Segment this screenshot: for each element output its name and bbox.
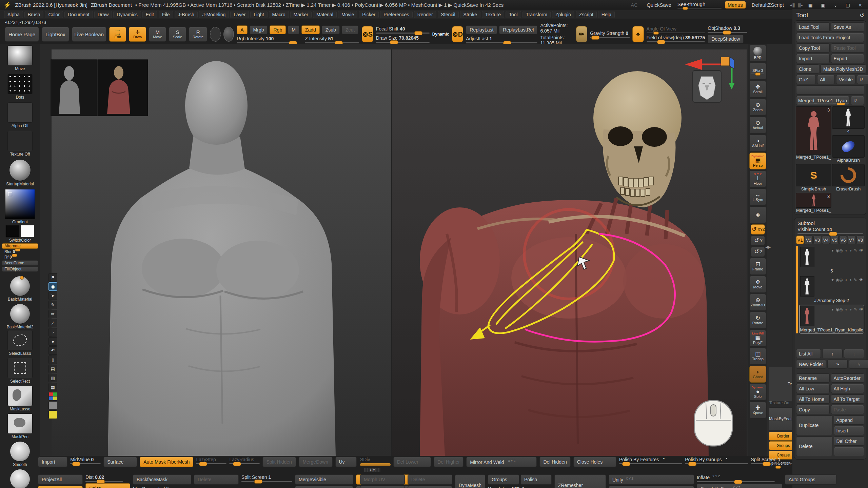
subtool-view-tab[interactable]: V8: [856, 236, 864, 244]
camera-button[interactable]: ⌖: [632, 26, 644, 42]
see-through-slider[interactable]: See-through: [677, 1, 722, 8]
menu-item[interactable]: Texture: [482, 11, 504, 18]
tray-handle-left-icon[interactable]: ◂||||: [790, 3, 795, 7]
main-color-swatch[interactable]: [6, 225, 19, 237]
close-button[interactable]: ✕: [856, 2, 865, 8]
del-other-button[interactable]: Del Other: [834, 436, 865, 446]
polypaint-icon[interactable]: ✎: [854, 278, 857, 282]
switch-color[interactable]: SwitchColor: [6, 225, 34, 243]
copy-tool-button[interactable]: Copy Tool: [796, 43, 830, 53]
menu-item[interactable]: Document: [64, 11, 93, 18]
menu-item[interactable]: Alpha: [4, 11, 23, 18]
all-high-button[interactable]: All High: [831, 384, 865, 393]
del-higher-button[interactable]: Del Higher: [434, 457, 463, 467]
mirror-button[interactable]: MirrorX Y Z: [609, 486, 694, 488]
copy-subtool-button[interactable]: Copy: [796, 405, 830, 414]
auto-groups-button[interactable]: Auto Groups: [785, 474, 836, 485]
menu-item[interactable]: Layer: [230, 11, 249, 18]
bottom-control[interactable]: LazyStep: [196, 457, 226, 464]
visibility-icon[interactable]: 👁: [859, 307, 863, 312]
export-tool-button[interactable]: Export: [831, 54, 865, 63]
paste-subtool-button[interactable]: Paste: [831, 405, 865, 414]
lightbox-tools-button[interactable]: [796, 85, 864, 95]
make-polymesh3d-button[interactable]: Make PolyMesh3D: [821, 64, 866, 74]
all-low-button[interactable]: All Low: [796, 384, 830, 393]
paint-mode-button[interactable]: Mrgb: [250, 25, 268, 34]
delete-uv-button[interactable]: Delete: [408, 474, 452, 485]
minimize-button[interactable]: ⌄: [831, 2, 840, 8]
menu-item[interactable]: J-Modeling: [199, 11, 229, 18]
subtool-thumbnail[interactable]: [800, 276, 814, 297]
delete-button[interactable]: Delete: [194, 474, 239, 485]
rotate-3d-button[interactable]: ↻ Rotate: [749, 312, 766, 329]
alternate-button[interactable]: Alternate: [2, 243, 38, 249]
dynamesh-button[interactable]: DynaMesh: [455, 474, 485, 488]
tool-inventory-item[interactable]: EraserBrush: [832, 164, 864, 191]
field-of-view-slider[interactable]: Field of view(deg) 39.59775: [647, 35, 705, 42]
texture-preview-box[interactable]: Te: [769, 367, 794, 401]
marker-pin-icon[interactable]: ⚑: [48, 273, 57, 282]
actual-size-button[interactable]: ⊙ Actual: [749, 117, 766, 134]
boolean-start-icon[interactable]: ▾: [831, 278, 833, 282]
tool-inventory-item[interactable]: 4: [832, 106, 864, 134]
subtool-thumbnail[interactable]: [800, 247, 814, 267]
menus-toggle[interactable]: Menus: [725, 1, 746, 8]
menu-item[interactable]: Zscript: [576, 11, 597, 18]
gravity-strength-slider[interactable]: Gravity Strength 0: [590, 30, 630, 38]
load-tool-button[interactable]: Load Tool: [796, 22, 830, 32]
reset-icon[interactable]: ↺: [860, 12, 864, 19]
visibility-icon[interactable]: 👁: [859, 278, 863, 282]
color-palette-icon[interactable]: [48, 392, 57, 401]
subtool-view-tab[interactable]: V7: [848, 236, 855, 244]
subtool-view-tab[interactable]: V6: [839, 236, 847, 244]
pen-icon[interactable]: ✎: [48, 301, 57, 309]
boolean-start-icon[interactable]: ▾: [831, 307, 833, 312]
accucurve-button[interactable]: AccuCurve: [2, 260, 38, 266]
menu-item[interactable]: Light: [250, 11, 267, 18]
menu-item[interactable]: Tool: [506, 11, 521, 18]
polyframe-button[interactable]: Line Fill ▦ PolyF: [749, 330, 766, 347]
draw-mode-button[interactable]: ✛ Draw: [129, 27, 146, 42]
perspective-button[interactable]: Dynamic ▦ Persp: [749, 152, 766, 169]
menu-item[interactable]: Edit: [142, 11, 157, 18]
home-page-button[interactable]: Home Page: [5, 27, 39, 42]
transparency-button[interactable]: ◫ Transp: [749, 348, 766, 365]
menu-item[interactable]: Render: [414, 11, 436, 18]
restore-button[interactable]: ▢: [843, 2, 852, 8]
subtool-scrollbar[interactable]: [796, 246, 798, 333]
gauge-icon[interactable]: ◔: [48, 328, 57, 337]
rotate-z-button[interactable]: ↺ Z: [751, 247, 765, 257]
dynamic-brush-button[interactable]: ⊚D: [452, 26, 463, 42]
subtool-header[interactable]: Subtool: [796, 220, 864, 227]
bottom-control[interactable]: MidValue 0: [70, 457, 101, 464]
polypaint-icon[interactable]: ✎: [854, 307, 857, 312]
rename-button[interactable]: Rename: [796, 373, 830, 383]
quicksave-button[interactable]: QuickSave: [644, 2, 674, 8]
paste-tool-button[interactable]: Paste Tool: [831, 43, 865, 53]
zremesher-button[interactable]: ZRemesher: [554, 474, 606, 488]
menu-item[interactable]: Material: [313, 11, 337, 18]
color-gradient-icon[interactable]: [5, 189, 35, 219]
subtool-view-tab[interactable]: V3: [813, 236, 821, 244]
backfacemask-button[interactable]: BackfaceMask: [133, 474, 191, 485]
image-icon[interactable]: ▦: [48, 383, 57, 391]
subtool-view-tab[interactable]: V1: [796, 236, 804, 244]
aahalf-button[interactable]: ◑ AAHalf: [749, 135, 766, 151]
scroll-button[interactable]: ✥ Scroll: [749, 81, 766, 98]
Merged_TPose1_Ryan_Kingslie[interactable]: ▾ ◉◎ ◖ ◑ ✎ 👁 Merged_TPose1_Ryan_Kingslie: [799, 305, 864, 333]
angle-of-view-slider[interactable]: Angle Of View: [647, 26, 705, 33]
gray-swatch-icon[interactable]: [48, 401, 57, 410]
cam-view-head[interactable]: [693, 70, 721, 102]
menu-item[interactable]: Brush: [24, 11, 44, 18]
menu-item[interactable]: File: [159, 11, 173, 18]
paint-mode-button[interactable]: Zsub: [322, 25, 340, 34]
new-folder-button[interactable]: New Folder: [796, 360, 826, 369]
menu-item[interactable]: Zplugin: [552, 11, 574, 18]
alt-color-swatch[interactable]: [21, 225, 34, 237]
subtool-view-tab[interactable]: V5: [831, 236, 839, 244]
geometry-toggle[interactable]: Geometry: [38, 486, 83, 488]
boolean-union-icon[interactable]: ◉◎: [835, 278, 843, 282]
menu-item[interactable]: Stencil: [438, 11, 459, 18]
goz-r-button[interactable]: R: [857, 75, 868, 84]
left-tray-item[interactable]: Move: [7, 45, 33, 71]
